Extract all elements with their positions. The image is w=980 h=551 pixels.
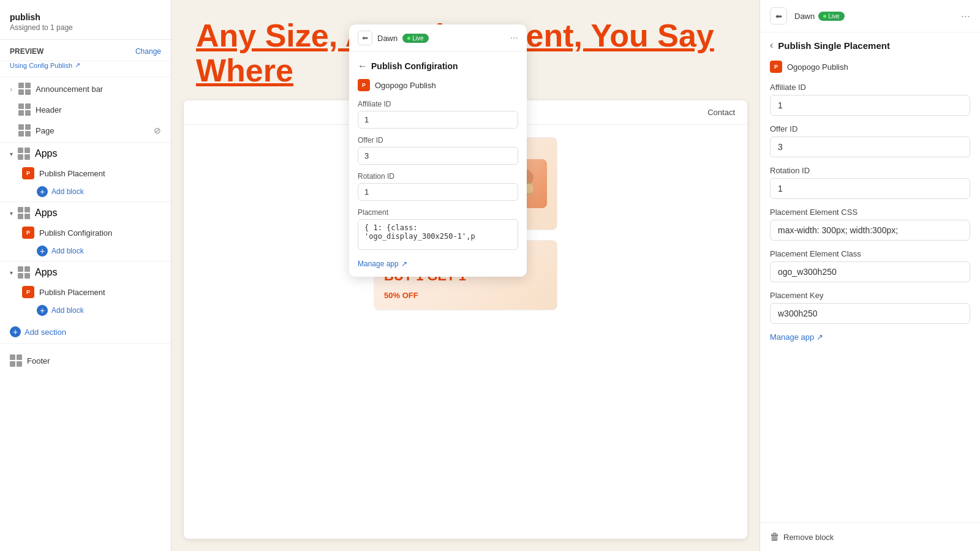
panel-topbar: ⬅ Dawn Live ··· bbox=[349, 24, 527, 52]
right-offer-id-label: Offer ID bbox=[770, 124, 970, 133]
sidebar-item-header[interactable]: Header bbox=[0, 99, 171, 120]
right-rotation-id-field: Rotation ID bbox=[770, 166, 970, 199]
publish-configuration-label: Publish Configiration bbox=[39, 228, 112, 238]
panel-affiliate-id-field: Affiliate ID bbox=[358, 100, 518, 129]
right-panel-back-icon[interactable]: ‹ bbox=[770, 40, 773, 51]
drag-handle-icon-2 bbox=[18, 207, 30, 219]
right-back-button[interactable]: ⬅ bbox=[770, 7, 787, 24]
right-rotation-id-input[interactable] bbox=[770, 178, 970, 199]
remove-block-button[interactable]: 🗑 Remove block bbox=[770, 531, 834, 542]
add-block-button-2[interactable]: + Add block bbox=[12, 242, 171, 260]
ogopogo-icon-2: P bbox=[22, 227, 34, 239]
panel-back-button[interactable]: ⬅ bbox=[358, 31, 372, 45]
panel-affiliate-id-input[interactable] bbox=[358, 111, 518, 129]
sidebar-subtitle: Assigned to 1 page bbox=[10, 23, 161, 32]
main-content: Any Size, Any Placement, You Say Where W… bbox=[172, 0, 760, 551]
panel-rotation-id-input[interactable] bbox=[358, 183, 518, 201]
panel-offer-id-input[interactable] bbox=[358, 147, 518, 165]
panel-rotation-id-label: Rotation ID bbox=[358, 172, 518, 181]
panel-app-name: Ogopogo Publish bbox=[375, 81, 436, 90]
right-theme-label: Dawn bbox=[794, 12, 815, 21]
add-circle-icon-2: + bbox=[37, 246, 48, 257]
add-section-button[interactable]: + Add section bbox=[0, 321, 171, 342]
sidebar-title: publish bbox=[10, 12, 161, 22]
right-placement-key-input[interactable] bbox=[770, 303, 970, 324]
apps-group-3-header[interactable]: ▾ Apps bbox=[0, 263, 171, 282]
right-app-row: P Ogopogo Publish bbox=[770, 61, 970, 73]
right-placement-key-field: Placement Key bbox=[770, 291, 970, 324]
ogopogo-icon: P bbox=[22, 167, 34, 179]
live-dot bbox=[407, 37, 410, 40]
apps-group-1-header[interactable]: ▾ Apps bbox=[0, 144, 171, 163]
ogopogo-icon-panel: P bbox=[358, 79, 370, 91]
change-button[interactable]: Change bbox=[135, 47, 161, 56]
apps-group-2: ▾ Apps P Publish Configiration + Add blo… bbox=[0, 203, 171, 260]
right-live-dot bbox=[823, 15, 826, 18]
right-placement-css-input[interactable] bbox=[770, 220, 970, 241]
sidebar-item-footer[interactable]: Footer bbox=[10, 350, 161, 371]
right-external-link-icon: ↗ bbox=[816, 332, 823, 342]
panel-title: Publish Configiration bbox=[371, 61, 458, 71]
sidebar-header: publish Assigned to 1 page bbox=[0, 0, 171, 40]
right-offer-id-field: Offer ID bbox=[770, 124, 970, 157]
add-block-button-1[interactable]: + Add block bbox=[12, 183, 171, 200]
chevron-down-icon-2: ▾ bbox=[10, 210, 13, 217]
visibility-off-icon: ⊘ bbox=[154, 126, 161, 135]
drag-handle-icon-3 bbox=[18, 266, 30, 279]
panel-affiliate-id-label: Affiliate ID bbox=[358, 100, 518, 108]
add-section-label: Add section bbox=[24, 328, 66, 337]
right-placement-css-field: Placement Element CSS bbox=[770, 208, 970, 241]
apps-group-2-header[interactable]: ▾ Apps bbox=[0, 203, 171, 223]
sidebar-item-page[interactable]: Page ⊘ bbox=[0, 120, 171, 141]
right-content: P Ogopogo Publish Affiliate ID Offer ID … bbox=[760, 51, 980, 522]
panel-back-small-button[interactable]: ← bbox=[358, 61, 368, 72]
panel-manage-link[interactable]: Manage app ↗ bbox=[358, 260, 518, 268]
panel-offer-id-field: Offer ID bbox=[358, 136, 518, 165]
right-rotation-id-label: Rotation ID bbox=[770, 166, 970, 175]
sidebar-item-publish-configuration[interactable]: P Publish Configiration bbox=[12, 223, 171, 242]
chevron-down-icon-3: ▾ bbox=[10, 269, 13, 276]
ogopogo-icon-right: P bbox=[770, 61, 782, 73]
external-link-icon: ↗ bbox=[75, 61, 80, 69]
sidebar-item-announcement-bar[interactable]: › Announcement bar bbox=[0, 78, 171, 99]
right-offer-id-input[interactable] bbox=[770, 137, 970, 157]
right-placement-class-input[interactable] bbox=[770, 261, 970, 282]
panel-more-button[interactable]: ··· bbox=[510, 32, 518, 43]
right-manage-link[interactable]: Manage app ↗ bbox=[770, 332, 970, 342]
right-manage-link-text: Manage app bbox=[770, 332, 814, 342]
panel-content: ← Publish Configiration P Ogopogo Publis… bbox=[349, 52, 527, 277]
header-label: Header bbox=[36, 105, 62, 114]
publish-placement-label-1: Publish Placement bbox=[39, 169, 105, 178]
right-topbar: ⬅ Dawn Live ··· bbox=[760, 0, 980, 32]
apps-label-3: Apps bbox=[35, 267, 57, 278]
sidebar-item-publish-placement-1[interactable]: P Publish Placement bbox=[12, 163, 171, 183]
apps-children-1: P Publish Placement + Add block bbox=[0, 163, 171, 200]
promo-sub-text: 50% OFF bbox=[384, 291, 418, 300]
drag-handle-icon-footer bbox=[10, 354, 22, 367]
external-link-icon-panel: ↗ bbox=[401, 260, 407, 268]
announcement-bar-label: Announcement bar bbox=[36, 84, 103, 94]
ogopogo-icon-3: P bbox=[22, 286, 34, 298]
page-label: Page bbox=[36, 126, 54, 135]
left-sidebar: publish Assigned to 1 page PREVIEW Chang… bbox=[0, 0, 172, 551]
right-affiliate-id-input[interactable] bbox=[770, 95, 970, 116]
drag-handle-icon bbox=[18, 148, 30, 160]
sidebar-item-publish-placement-2[interactable]: P Publish Placement bbox=[12, 282, 171, 302]
right-footer: 🗑 Remove block bbox=[760, 522, 980, 551]
preview-row: PREVIEW Change bbox=[0, 40, 171, 61]
add-circle-icon-3: + bbox=[37, 305, 48, 316]
right-more-button[interactable]: ··· bbox=[961, 10, 970, 23]
store-nav-right: Contact bbox=[707, 108, 735, 117]
panel-app-row: P Ogopogo Publish bbox=[358, 79, 518, 91]
sidebar-footer: Footer bbox=[0, 345, 171, 376]
apps-children-3: P Publish Placement + Add block bbox=[0, 282, 171, 319]
drag-handle-icon bbox=[18, 103, 31, 116]
right-live-badge: Live bbox=[818, 12, 844, 21]
right-panel-title: Publish Single Placement bbox=[778, 40, 890, 51]
right-panel: ⬅ Dawn Live ··· ‹ Publish Single Placeme… bbox=[760, 0, 980, 551]
panel-placement-label: Placment bbox=[358, 208, 518, 217]
add-block-button-3[interactable]: + Add block bbox=[12, 302, 171, 319]
panel-offer-id-label: Offer ID bbox=[358, 136, 518, 144]
panel-placement-textarea[interactable]: { 1: {class: 'ogo_display_300x250-1',p bbox=[358, 219, 518, 250]
publish-placement-label-2: Publish Placement bbox=[39, 288, 105, 297]
